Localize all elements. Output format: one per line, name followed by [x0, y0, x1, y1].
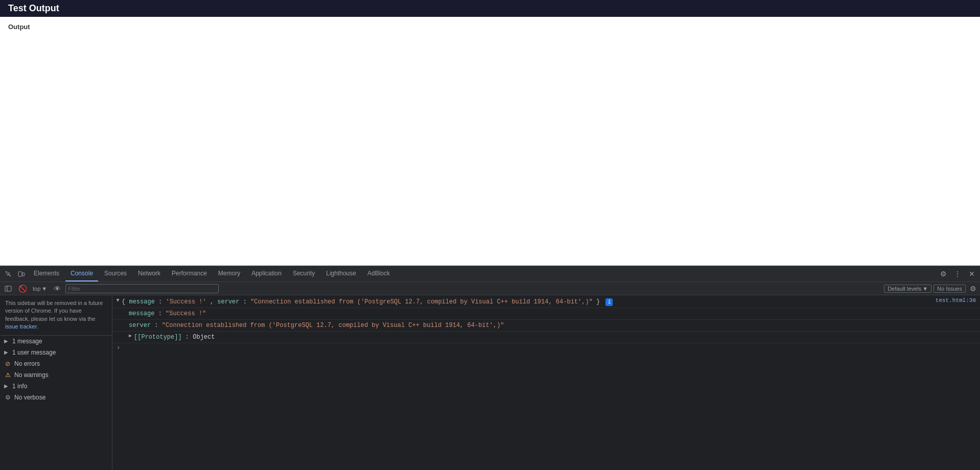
console-sidebar-toggle-icon[interactable]	[2, 283, 14, 295]
svg-rect-1	[18, 272, 22, 276]
warning-icon: ⚠	[4, 371, 11, 379]
prototype-expand-icon[interactable]: ▶	[129, 333, 132, 339]
prototype-val: Object	[193, 334, 215, 341]
console-expanded-content2: server : "Connection established from ('…	[129, 321, 976, 330]
verbose-icon: ⚙	[4, 394, 11, 401]
console-filter-input[interactable]	[65, 284, 219, 293]
sidebar-notice: This sidebar will be removed in a future…	[0, 295, 112, 336]
console-expanded-line3: ▶ [[Prototype]] : Object	[112, 332, 980, 343]
devtools-panel: Elements Console Sources Network Perform…	[0, 266, 980, 470]
prompt-arrow-icon: ›	[116, 344, 120, 351]
console-expanded-content3: [[Prototype]] : Object	[134, 333, 976, 342]
tab-network[interactable]: Network	[133, 266, 166, 281]
sidebar-item-noverbose[interactable]: ⚙ No verbose	[0, 392, 112, 403]
svg-line-0	[9, 274, 11, 277]
console-expanded-line1: message : "Success !"	[112, 308, 980, 320]
inspect-icon[interactable]	[2, 268, 14, 280]
error-icon: ⊘	[4, 360, 11, 367]
sidebar-item-1message[interactable]: ▶ 1 message	[0, 336, 112, 347]
main-page: Test Output Output	[0, 0, 980, 266]
issue-tracker-link[interactable]: issue tracker	[5, 323, 37, 330]
log-val2: "Connection established from ('PostgreSQ…	[250, 298, 593, 306]
devtools-toolbar: Elements Console Sources Network Perform…	[0, 266, 980, 282]
sidebar-item-1info[interactable]: ▶ 1 info	[0, 381, 112, 392]
top-frame-selector[interactable]: top ▼	[31, 285, 49, 292]
log-brace-open: {	[122, 298, 125, 306]
default-levels-button[interactable]: Default levels ▼	[884, 285, 931, 293]
sidebar-item-nowarnings[interactable]: ⚠ No warnings	[0, 369, 112, 381]
sidebar-item-label: 1 user message	[12, 349, 56, 356]
console-expanded-line2: server : "Connection established from ('…	[112, 320, 980, 332]
page-title: Test Output	[8, 3, 59, 13]
tab-adblock[interactable]: AdBlock	[362, 266, 395, 281]
tab-performance[interactable]: Performance	[167, 266, 212, 281]
expand-icon: ▶	[4, 349, 8, 355]
expanded-key1: message	[129, 310, 154, 317]
console-body: This sidebar will be removed in a future…	[0, 295, 980, 470]
tab-memory[interactable]: Memory	[213, 266, 245, 281]
console-settings-icon[interactable]: ⚙	[968, 284, 978, 294]
output-label: Output	[8, 23, 972, 31]
sidebar-item-label: No verbose	[14, 394, 45, 401]
sidebar-item-label: No errors	[14, 360, 40, 367]
prototype-key: [[Prototype]]	[134, 334, 182, 341]
console-log-entry: ▶ { message : 'Success !' , server : "Co…	[112, 296, 980, 308]
tab-security[interactable]: Security	[288, 266, 320, 281]
svg-rect-2	[22, 273, 25, 276]
page-body: Output	[0, 17, 980, 266]
more-options-icon[interactable]: ⋮	[951, 268, 964, 280]
sidebar-item-1user[interactable]: ▶ 1 user message	[0, 347, 112, 358]
close-devtools-icon[interactable]: ✕	[966, 268, 978, 280]
expanded-val1: "Success !"	[166, 310, 206, 317]
page-title-bar: Test Output	[0, 0, 980, 17]
expand-icon: ▶	[4, 383, 8, 389]
console-expanded-content1: message : "Success !"	[129, 309, 976, 318]
tab-lighthouse[interactable]: Lighthouse	[321, 266, 361, 281]
device-icon[interactable]	[15, 268, 28, 280]
console-toolbar: 🚫 top ▼ 👁 Default levels ▼ No Issues ⚙	[0, 282, 980, 295]
console-sidebar: This sidebar will be removed in a future…	[0, 295, 112, 470]
sidebar-item-noerrors[interactable]: ⊘ No errors	[0, 358, 112, 369]
console-prompt: ›	[112, 343, 980, 353]
log-key2: server	[217, 298, 239, 306]
hide-network-icon[interactable]: 👁	[51, 283, 63, 295]
tab-elements[interactable]: Elements	[29, 266, 64, 281]
tab-sources[interactable]: Sources	[99, 266, 132, 281]
expand-arrow-icon[interactable]: ▶	[115, 299, 121, 302]
console-output: ▶ { message : 'Success !' , server : "Co…	[112, 295, 980, 470]
expand-icon: ▶	[4, 338, 8, 344]
settings-icon[interactable]: ⚙	[937, 268, 949, 280]
tab-application[interactable]: Application	[246, 266, 287, 281]
clear-console-icon[interactable]: 🚫	[16, 283, 29, 295]
expanded-val2: "Connection established from ('PostgreSQ…	[162, 322, 504, 329]
log-val1: 'Success !'	[166, 298, 206, 306]
console-entry-content: { message : 'Success !' , server : "Conn…	[122, 297, 931, 307]
expanded-key2: server	[129, 322, 151, 329]
log-key1: message	[129, 298, 154, 306]
sidebar-item-label: 1 message	[12, 338, 42, 345]
console-source-link[interactable]: test.html:36	[931, 297, 976, 303]
svg-rect-3	[5, 286, 11, 291]
tab-console[interactable]: Console	[65, 266, 98, 281]
sidebar-item-label: No warnings	[14, 371, 49, 379]
sidebar-item-label: 1 info	[12, 383, 27, 390]
info-badge: i	[605, 298, 613, 306]
no-issues-button[interactable]: No Issues	[934, 285, 966, 293]
